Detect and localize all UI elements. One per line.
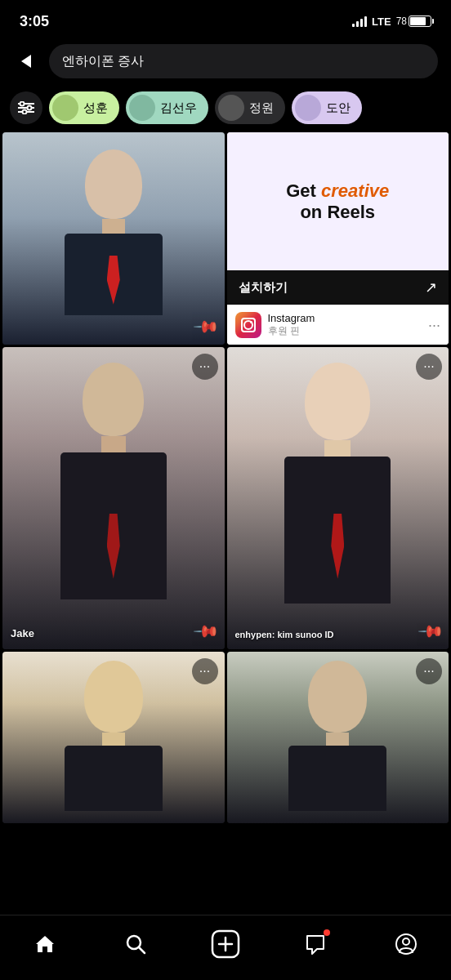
svg-point-12 bbox=[403, 938, 409, 945]
jake-label: Jake bbox=[11, 627, 34, 639]
lte-label: LTE bbox=[372, 16, 391, 28]
search-bar-area: 엔하이폰 증사 bbox=[0, 39, 451, 87]
card-image-1 bbox=[2, 132, 225, 345]
battery-icon: 78 bbox=[396, 16, 431, 27]
card-image-sunoo bbox=[227, 347, 449, 649]
status-icons: LTE 78 bbox=[352, 16, 431, 28]
ad-get-text: Get bbox=[286, 180, 321, 201]
card-image-5 bbox=[2, 652, 225, 823]
nav-search[interactable] bbox=[118, 926, 154, 962]
svg-point-5 bbox=[23, 110, 27, 114]
nav-home[interactable] bbox=[27, 926, 63, 962]
more-button-sunoo[interactable]: ··· bbox=[416, 354, 442, 380]
tab-avatar-seonghoon bbox=[52, 95, 78, 121]
profile-icon bbox=[395, 933, 418, 956]
card-person-1[interactable]: 📌 bbox=[2, 132, 225, 345]
pin-button-jake[interactable]: 📌 bbox=[195, 620, 218, 643]
filter-tab-seonghoon[interactable]: 성훈 bbox=[49, 91, 119, 124]
card-image-jake bbox=[2, 347, 225, 649]
ad-source-name: Instagram bbox=[268, 312, 315, 324]
ad-source-row: Instagram 후원 핀 ··· bbox=[227, 305, 449, 345]
filter-icon-button[interactable] bbox=[10, 91, 42, 124]
ad-headline: Get creative on Reels bbox=[286, 180, 389, 223]
tab-label-kimsunwoo: 김선우 bbox=[160, 100, 197, 116]
status-time: 3:05 bbox=[20, 13, 49, 30]
tab-avatar-jungwon bbox=[218, 95, 244, 121]
ad-sponsored-label: 후원 핀 bbox=[268, 324, 315, 338]
more-button-jake[interactable]: ··· bbox=[192, 354, 218, 380]
ad-creative-text: creative bbox=[321, 180, 389, 201]
messages-notification-dot bbox=[324, 929, 330, 936]
tab-label-seonghoon: 성훈 bbox=[83, 100, 108, 116]
battery-percent: 78 bbox=[396, 16, 407, 27]
svg-line-7 bbox=[139, 947, 145, 953]
create-icon bbox=[211, 929, 240, 959]
nav-messages[interactable] bbox=[297, 926, 333, 962]
tab-label-jungwon: 정원 bbox=[249, 100, 274, 116]
search-nav-icon bbox=[124, 933, 147, 956]
nav-profile[interactable] bbox=[388, 926, 424, 962]
tab-avatar-kimsunwoo bbox=[129, 95, 155, 121]
back-arrow-icon bbox=[21, 55, 31, 68]
filter-tab-kimsunwoo[interactable]: 김선우 bbox=[126, 91, 208, 124]
more-button-6[interactable]: ··· bbox=[416, 658, 442, 684]
card-jake[interactable]: Jake 📌 ··· bbox=[2, 347, 225, 649]
ad-on-reels-text: on Reels bbox=[300, 202, 375, 222]
signal-icon bbox=[352, 16, 367, 27]
ad-card[interactable]: Get creative on Reels 설치하기 ↗ Instagram 후… bbox=[227, 132, 449, 345]
results-grid: 📌 Get creative on Reels 설치하기 ↗ bbox=[0, 132, 451, 823]
more-button-5[interactable]: ··· bbox=[192, 658, 218, 684]
messages-icon bbox=[304, 933, 327, 956]
ad-source-info: Instagram 후원 핀 bbox=[268, 312, 315, 338]
svg-point-3 bbox=[20, 102, 25, 106]
face-6 bbox=[288, 661, 386, 811]
bottom-navigation bbox=[0, 915, 451, 980]
home-icon bbox=[33, 933, 56, 956]
results-scroll-area: 📌 Get creative on Reels 설치하기 ↗ bbox=[0, 132, 451, 913]
ad-creative-area: Get creative on Reels bbox=[227, 132, 449, 270]
card-5[interactable]: ··· bbox=[2, 652, 225, 823]
sunoo-label: enhypen: kim sunoo ID bbox=[235, 630, 334, 639]
search-input[interactable]: 엔하이폰 증사 bbox=[49, 44, 438, 78]
card-image-6 bbox=[227, 652, 449, 823]
ad-cta-label: 설치하기 bbox=[239, 280, 288, 296]
pin-icon-jake: 📌 bbox=[192, 617, 221, 646]
pin-button-sunoo[interactable]: 📌 bbox=[419, 620, 442, 643]
ad-cta-arrow-icon: ↗ bbox=[425, 278, 437, 296]
card-6[interactable]: ··· bbox=[227, 652, 449, 823]
filter-tab-jungwon[interactable]: 정원 bbox=[215, 91, 285, 124]
sliders-icon bbox=[18, 101, 34, 114]
search-query-text: 엔하이폰 증사 bbox=[62, 53, 144, 70]
pin-icon-1: 📌 bbox=[192, 313, 221, 341]
back-button[interactable] bbox=[13, 48, 39, 74]
pin-icon-sunoo: 📌 bbox=[417, 617, 445, 646]
ad-cta-button[interactable]: 설치하기 ↗ bbox=[227, 270, 449, 305]
card-sunoo[interactable]: enhypen: kim sunoo ID 📌 ··· bbox=[227, 347, 449, 649]
instagram-icon bbox=[235, 312, 261, 338]
tab-label-doan: 도안 bbox=[326, 100, 351, 116]
instagram-camera-icon bbox=[241, 318, 256, 332]
nav-create[interactable] bbox=[208, 926, 243, 962]
face-5 bbox=[65, 661, 163, 811]
tab-avatar-doan bbox=[295, 95, 321, 121]
status-bar: 3:05 LTE 78 bbox=[0, 0, 451, 39]
pin-button-1[interactable]: 📌 bbox=[195, 315, 218, 338]
ad-more-button[interactable]: ··· bbox=[428, 317, 440, 334]
svg-point-4 bbox=[28, 106, 32, 110]
filter-tab-doan[interactable]: 도안 bbox=[292, 91, 362, 124]
filter-tabs-row: 성훈 김선우 정원 도안 bbox=[0, 87, 451, 132]
